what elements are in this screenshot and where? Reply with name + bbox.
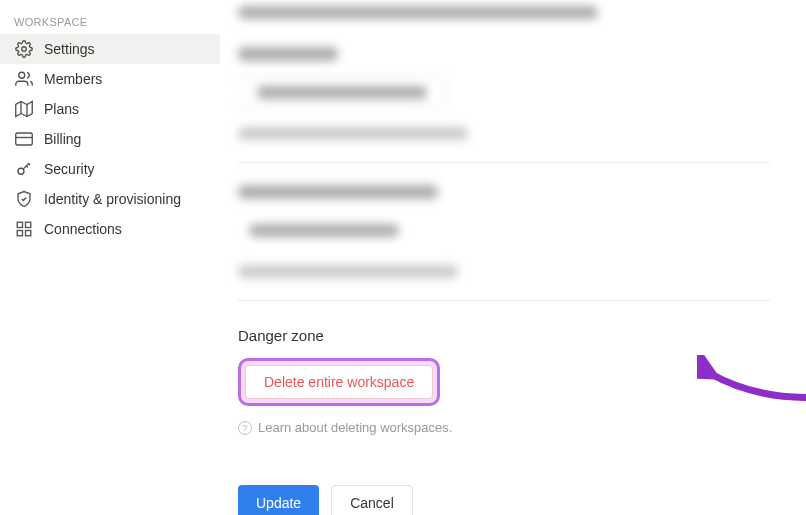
blurred-section <box>238 47 770 140</box>
svg-line-9 <box>29 164 31 166</box>
help-icon: ? <box>238 421 252 435</box>
svg-rect-12 <box>26 222 31 227</box>
arrow-annotation-icon <box>697 355 806 415</box>
sidebar-item-plans[interactable]: Plans <box>0 94 220 124</box>
sidebar: WORKSPACE Settings Members Plans Billing… <box>0 0 220 515</box>
people-icon <box>14 69 34 89</box>
map-icon <box>14 99 34 119</box>
delete-workspace-button[interactable]: Delete entire workspace <box>245 365 433 399</box>
key-icon <box>14 159 34 179</box>
sidebar-item-label: Plans <box>44 101 79 117</box>
sidebar-item-billing[interactable]: Billing <box>0 124 220 154</box>
sidebar-item-connections[interactable]: Connections <box>0 214 220 244</box>
svg-line-8 <box>23 163 29 169</box>
svg-rect-13 <box>26 231 31 236</box>
gear-icon <box>14 39 34 59</box>
sidebar-item-label: Settings <box>44 41 95 57</box>
sidebar-item-label: Security <box>44 161 95 177</box>
update-button[interactable]: Update <box>238 485 319 515</box>
blurred-section <box>238 6 770 19</box>
svg-point-0 <box>22 47 27 52</box>
svg-marker-2 <box>16 102 33 117</box>
svg-point-1 <box>19 72 25 78</box>
sidebar-item-settings[interactable]: Settings <box>0 34 220 64</box>
sidebar-item-security[interactable]: Security <box>0 154 220 184</box>
svg-line-10 <box>26 166 28 168</box>
divider <box>238 162 770 163</box>
cancel-button[interactable]: Cancel <box>331 485 413 515</box>
learn-link-label: Learn about deleting workspaces. <box>258 420 452 435</box>
danger-highlight: Delete entire workspace <box>238 358 440 406</box>
sidebar-header: WORKSPACE <box>0 12 220 34</box>
sidebar-item-label: Billing <box>44 131 81 147</box>
svg-rect-11 <box>17 222 22 227</box>
svg-point-7 <box>18 168 24 174</box>
main-content: Danger zone Delete entire workspace ? Le… <box>220 0 806 515</box>
blurred-section <box>238 185 770 278</box>
footer-actions: Update Cancel <box>238 485 770 515</box>
divider <box>238 300 770 301</box>
sidebar-item-label: Members <box>44 71 102 87</box>
svg-rect-5 <box>16 133 33 145</box>
sidebar-item-label: Connections <box>44 221 122 237</box>
danger-zone-title: Danger zone <box>238 327 770 344</box>
svg-rect-14 <box>17 231 22 236</box>
shield-check-icon <box>14 189 34 209</box>
learn-link[interactable]: ? Learn about deleting workspaces. <box>238 420 770 435</box>
grid-icon <box>14 219 34 239</box>
sidebar-item-label: Identity & provisioning <box>44 191 181 207</box>
sidebar-item-members[interactable]: Members <box>0 64 220 94</box>
sidebar-item-identity[interactable]: Identity & provisioning <box>0 184 220 214</box>
credit-card-icon <box>14 129 34 149</box>
